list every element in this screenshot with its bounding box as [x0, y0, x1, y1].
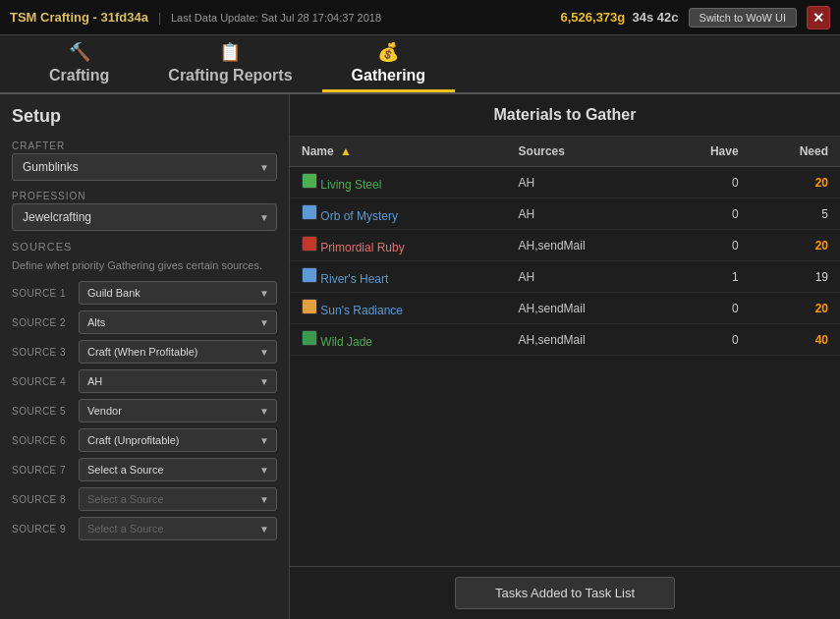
sort-icon: ▲ [340, 144, 352, 158]
table-row: Orb of Mystery AH 0 5 [290, 198, 840, 230]
sidebar-title: Setup [12, 106, 277, 127]
crafter-section: CRAFTER Gumblinks ▼ [12, 141, 277, 181]
cell-name-5: Wild Jade [290, 324, 507, 356]
wow-ui-button[interactable]: Switch to WoW UI [689, 8, 797, 28]
item-name-0[interactable]: Living Steel [320, 178, 381, 192]
tab-crafting-label: Crafting [49, 67, 109, 84]
col-sources[interactable]: Sources [507, 137, 662, 167]
cell-need-2: 20 [751, 230, 840, 261]
source-row-6: SOURCE 6 Craft (Unprofitable) ▼ [12, 428, 277, 452]
sidebar: Setup CRAFTER Gumblinks ▼ PROFESSION Jew… [0, 94, 290, 619]
source-7-select[interactable]: Select a Source [79, 458, 277, 481]
item-name-3[interactable]: River's Heart [320, 272, 388, 286]
tab-crafting[interactable]: 🔨 Crafting [20, 35, 139, 92]
source-row-7: SOURCE 7 Select a Source ▼ [12, 458, 277, 481]
source-4-label: SOURCE 4 [12, 376, 71, 387]
crafting-icon: 🔨 [69, 41, 90, 63]
task-list-button[interactable]: Tasks Added to Task List [455, 577, 675, 609]
cell-name-3: River's Heart [290, 261, 507, 293]
item-icon-0 [302, 173, 317, 189]
crafter-label: CRAFTER [12, 141, 277, 151]
cell-sources-5: AH,sendMail [507, 324, 662, 356]
table-row: Living Steel AH 0 20 [290, 167, 840, 198]
close-button[interactable]: ✕ [807, 6, 830, 29]
item-name-4[interactable]: Sun's Radiance [320, 304, 403, 317]
cell-need-0: 20 [751, 167, 840, 198]
source-2-select[interactable]: Alts [79, 310, 277, 334]
bottom-bar: Tasks Added to Task List [290, 566, 840, 619]
nav-tabs: 🔨 Crafting 📋 Crafting Reports 💰 Gatherin… [0, 35, 840, 94]
table-header-row: Name ▲ Sources Have Need [290, 137, 840, 167]
table-row: River's Heart AH 1 19 [290, 261, 840, 293]
gathering-icon: 💰 [377, 41, 399, 63]
cell-have-4: 0 [661, 293, 750, 324]
cell-name-1: Orb of Mystery [290, 198, 507, 230]
source-row-4: SOURCE 4 AH ▼ [12, 369, 277, 393]
crafter-select[interactable]: Gumblinks [12, 153, 277, 181]
source-row-1: SOURCE 1 Guild Bank ▼ [12, 281, 277, 305]
cell-sources-2: AH,sendMail [507, 230, 662, 261]
tab-crafting-reports[interactable]: 📋 Crafting Reports [139, 35, 321, 92]
last-update: Last Data Update: Sat Jul 28 17:04:37 20… [171, 12, 381, 24]
item-icon-5 [302, 330, 317, 346]
tab-gathering-label: Gathering [352, 67, 426, 84]
source-9-select[interactable]: Select a Source [79, 517, 277, 540]
item-icon-1 [302, 204, 317, 220]
materials-data-table: Name ▲ Sources Have Need Living Steel AH… [290, 137, 840, 356]
cell-need-3: 19 [751, 261, 840, 293]
source-6-label: SOURCE 6 [12, 435, 71, 446]
cell-need-4: 20 [751, 293, 840, 324]
crafting-reports-icon: 📋 [219, 41, 241, 63]
col-have[interactable]: Have [661, 137, 750, 167]
profession-label: PROFESSION [12, 191, 277, 201]
gold-display: 6,526,373g 34s 42c [561, 10, 679, 25]
col-name[interactable]: Name ▲ [290, 137, 507, 167]
cell-sources-0: AH [507, 167, 662, 198]
main-layout: Setup CRAFTER Gumblinks ▼ PROFESSION Jew… [0, 94, 840, 619]
cell-have-2: 0 [661, 230, 750, 261]
cell-name-4: Sun's Radiance [290, 293, 507, 324]
title-bar: TSM Crafting - 31fd34a | Last Data Updat… [0, 0, 840, 35]
tab-gathering[interactable]: 💰 Gathering [322, 35, 456, 92]
content-title: Materials to Gather [290, 94, 840, 137]
source-row-5: SOURCE 5 Vendor ▼ [12, 399, 277, 422]
table-row: Primordial Ruby AH,sendMail 0 20 [290, 230, 840, 261]
source-row-8: SOURCE 8 Select a Source ▼ [12, 487, 277, 511]
source-6-select[interactable]: Craft (Unprofitable) [79, 428, 277, 452]
item-name-5[interactable]: Wild Jade [320, 335, 372, 349]
item-icon-3 [302, 267, 317, 283]
profession-section: PROFESSION Jewelcrafting ▼ [12, 191, 277, 231]
item-icon-4 [302, 299, 317, 314]
sources-section: SOURCES Define whet priority Gathering g… [12, 241, 277, 540]
content-area: Materials to Gather Name ▲ Sources Have … [290, 94, 840, 619]
cell-have-5: 0 [661, 324, 750, 356]
sources-header: SOURCES [12, 241, 277, 253]
source-3-select[interactable]: Craft (When Profitable) [79, 340, 277, 364]
item-icon-2 [302, 236, 317, 252]
cell-have-3: 1 [661, 261, 750, 293]
source-5-select[interactable]: Vendor [79, 399, 277, 422]
item-name-2[interactable]: Primordial Ruby [320, 241, 404, 254]
source-9-label: SOURCE 9 [12, 524, 71, 535]
source-1-select[interactable]: Guild Bank [79, 281, 277, 305]
source-3-label: SOURCE 3 [12, 347, 71, 358]
source-row-9: SOURCE 9 Select a Source ▼ [12, 517, 277, 540]
source-row-3: SOURCE 3 Craft (When Profitable) ▼ [12, 340, 277, 364]
cell-name-0: Living Steel [290, 167, 507, 198]
source-5-label: SOURCE 5 [12, 406, 71, 417]
source-8-label: SOURCE 8 [12, 494, 71, 505]
item-name-1[interactable]: Orb of Mystery [320, 209, 398, 223]
col-need[interactable]: Need [751, 137, 840, 167]
source-1-label: SOURCE 1 [12, 288, 71, 299]
sources-description: Define whet priority Gathering gives cer… [12, 258, 277, 273]
crafter-select-wrapper: Gumblinks ▼ [12, 153, 277, 181]
table-row: Sun's Radiance AH,sendMail 0 20 [290, 293, 840, 324]
source-row-2: SOURCE 2 Alts ▼ [12, 310, 277, 334]
source-4-select[interactable]: AH [79, 369, 277, 393]
source-8-select[interactable]: Select a Source [79, 487, 277, 511]
cell-need-5: 40 [751, 324, 840, 356]
cell-need-1: 5 [751, 198, 840, 230]
materials-table: Name ▲ Sources Have Need Living Steel AH… [290, 137, 840, 566]
profession-select[interactable]: Jewelcrafting [12, 203, 277, 231]
cell-name-2: Primordial Ruby [290, 230, 507, 261]
